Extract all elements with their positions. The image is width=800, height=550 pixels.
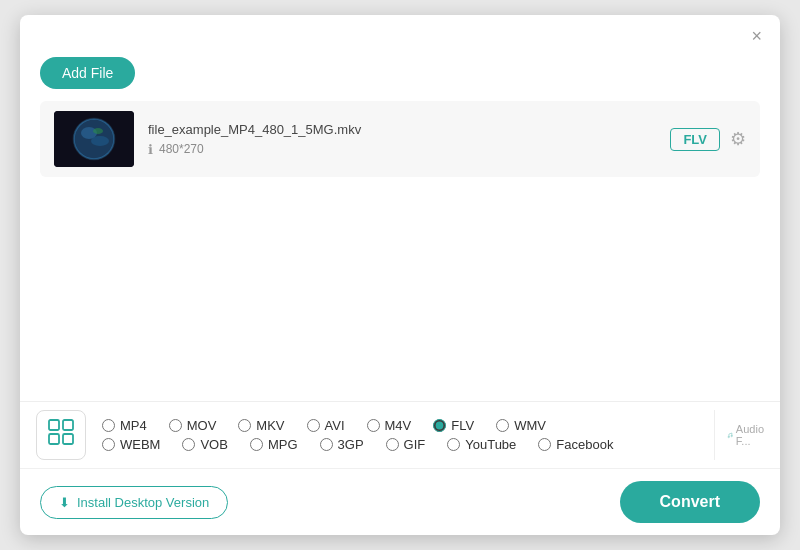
format-options: MP4 MOV MKV AVI M4V FLV [102,418,710,452]
convert-button[interactable]: Convert [620,481,760,523]
format-option-flv[interactable]: FLV [433,418,474,433]
format-option-mkv[interactable]: MKV [238,418,284,433]
format-badge[interactable]: FLV [670,128,720,151]
file-dimensions: 480*270 [159,142,204,156]
main-window: × Add File [20,15,780,535]
svg-rect-9 [49,420,59,430]
install-desktop-button[interactable]: ⬇ Install Desktop Version [40,486,228,519]
format-option-mp4[interactable]: MP4 [102,418,147,433]
format-option-vob[interactable]: VOB [182,437,227,452]
svg-rect-11 [49,434,59,444]
format-selector: MP4 MOV MKV AVI M4V FLV [20,402,780,469]
settings-icon[interactable]: ⚙ [730,128,746,150]
audio-format-icon-box[interactable]: Audio F... [714,410,764,460]
format-option-mpg[interactable]: MPG [250,437,298,452]
svg-point-3 [91,136,109,146]
svg-rect-10 [63,420,73,430]
install-label: Install Desktop Version [77,495,209,510]
audio-label: Audio F... [736,423,764,447]
file-info: file_example_MP4_480_1_5MG.mkv ℹ 480*270 [148,122,656,157]
info-icon: ℹ [148,142,153,157]
add-file-button[interactable]: Add File [40,57,135,89]
svg-point-13 [728,436,729,437]
file-item: file_example_MP4_480_1_5MG.mkv ℹ 480*270… [40,101,760,177]
format-option-facebook[interactable]: Facebook [538,437,613,452]
title-bar: × [20,15,780,53]
action-bar: ⬇ Install Desktop Version Convert [20,469,780,535]
format-option-gif[interactable]: GIF [386,437,426,452]
file-name: file_example_MP4_480_1_5MG.mkv [148,122,656,137]
svg-point-5 [93,128,103,134]
format-option-mov[interactable]: MOV [169,418,217,433]
format-option-wmv[interactable]: WMV [496,418,546,433]
video-format-icon-box[interactable] [36,410,86,460]
format-row-2: WEBM VOB MPG 3GP GIF YouT [102,437,710,452]
format-row-1: MP4 MOV MKV AVI M4V FLV [102,418,710,433]
format-option-youtube[interactable]: YouTube [447,437,516,452]
file-meta: ℹ 480*270 [148,142,656,157]
close-button[interactable]: × [747,25,766,47]
format-option-m4v[interactable]: M4V [367,418,412,433]
svg-point-14 [731,435,732,436]
download-icon: ⬇ [59,495,70,510]
format-option-webm[interactable]: WEBM [102,437,160,452]
bottom-panel: MP4 MOV MKV AVI M4V FLV [20,401,780,535]
toolbar: Add File [20,53,780,101]
content-area: file_example_MP4_480_1_5MG.mkv ℹ 480*270… [20,101,780,401]
video-grid-icon [48,419,74,451]
file-actions: FLV ⚙ [670,128,746,151]
svg-rect-12 [63,434,73,444]
file-thumbnail [54,111,134,167]
format-option-avi[interactable]: AVI [307,418,345,433]
format-option-3gp[interactable]: 3GP [320,437,364,452]
